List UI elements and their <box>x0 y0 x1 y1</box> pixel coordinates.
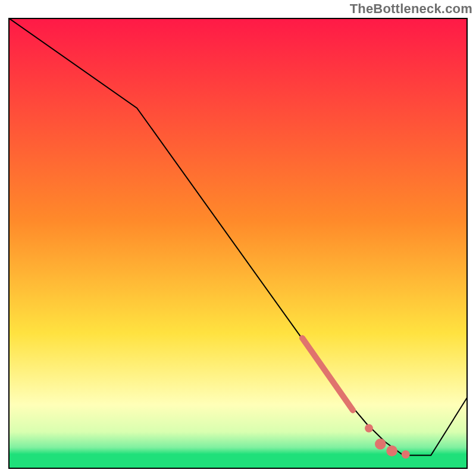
watermark-text: TheBottleneck.com <box>350 1 472 17</box>
marker-dot-b <box>375 439 386 450</box>
marker-dot-d <box>402 450 410 459</box>
marker-dot-a <box>365 424 373 433</box>
marker-dot-c <box>386 445 397 456</box>
chart-svg <box>8 18 468 469</box>
chart-background <box>10 19 466 468</box>
plot-area <box>8 18 468 469</box>
chart-frame: TheBottleneck.com <box>0 0 476 476</box>
